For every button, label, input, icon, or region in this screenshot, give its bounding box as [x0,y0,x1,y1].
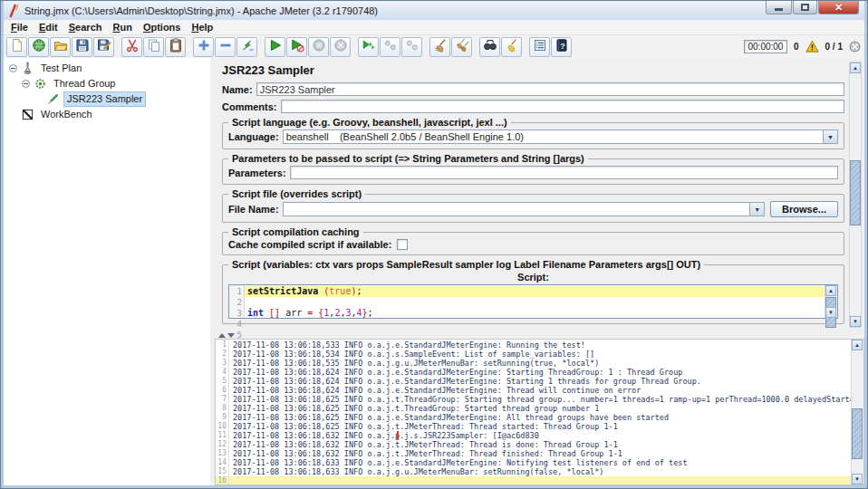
clear-all-button[interactable] [451,37,472,57]
log-line: 132017-11-08 13:06:18,632 INFO o.a.j.t.J… [216,449,851,458]
log-line-number: 15 [216,467,229,476]
test-plan-tree[interactable]: Test PlanThread GroupJSR223 SamplerWorkB… [4,58,210,485]
cut-button[interactable] [121,37,142,57]
name-input[interactable]: JSR223 Sampler [256,82,844,96]
open-file-button[interactable] [50,37,71,57]
menu-file[interactable]: File [5,21,34,34]
tree-collapse-handle-icon[interactable] [22,80,30,88]
tree-item-label: Thread Group [51,77,118,91]
log-line-number: 5 [216,377,229,386]
menu-run[interactable]: Run [107,21,137,34]
templates-button[interactable] [28,37,49,57]
file-name-combo[interactable] [283,202,765,216]
scroll-up-icon[interactable] [825,285,836,296]
line-number: 2 [229,297,242,308]
menu-options[interactable]: Options [138,21,187,34]
scroll-up-icon[interactable] [852,340,863,350]
log-line-text: 2017-11-08 13:06:18,625 INFO o.a.j.t.Thr… [229,404,599,413]
tree-collapse-handle-icon[interactable] [9,64,17,72]
start-button[interactable] [265,37,285,57]
menu-edit[interactable]: Edit [34,21,63,34]
search-icon [483,38,497,56]
expand-all-button[interactable] [193,37,214,57]
remote-stop-all-icon [383,38,398,56]
thread-group-icon [34,77,47,91]
log-line-text: 2017-11-08 13:06:18,624 INFO o.a.j.e.Sta… [229,377,701,386]
save-button[interactable] [72,37,92,57]
save-as-button[interactable] [93,37,114,57]
scrollbar-thumb[interactable] [850,160,861,225]
copy-button[interactable] [143,37,164,57]
scroll-down-icon[interactable] [825,307,836,318]
config-scrollbar[interactable] [849,62,862,328]
comments-input[interactable] [281,100,844,113]
collapse-all-button[interactable] [215,37,236,57]
splitter-collapse-up-icon[interactable] [218,333,226,338]
editor-code[interactable]: setStrictJava (true);int [] arr = {1,2,3… [245,285,837,318]
log-viewer[interactable]: 12017-11-08 13:06:18,533 INFO o.a.j.e.St… [215,339,864,485]
menu-search[interactable]: Search [63,21,108,34]
log-line: 62017-11-08 13:06:18,624 INFO o.a.j.e.St… [216,386,851,395]
title-bar: String.jmx (C:\Users\Admin\Desktop\Strin… [4,1,864,20]
chevron-down-icon[interactable] [823,130,837,143]
log-line-number: 16 [216,476,229,485]
stop-button [308,37,329,57]
script-language-group-title: Script language (e.g. Groovy, beanshell,… [228,117,511,128]
function-helper-icon [533,38,547,56]
log-line-text: 2017-11-08 13:06:18,633 INFO o.a.j.e.Sta… [229,458,688,467]
chevron-down-icon[interactable] [749,203,764,216]
log-line-number: 8 [216,404,229,413]
log-line: 16 [216,476,851,485]
function-helper-button[interactable] [529,37,550,57]
language-select[interactable]: beanshell (BeanShell 2.0b5 / BeanShell E… [283,129,838,144]
comments-label: Comments: [222,101,277,112]
scroll-up-icon[interactable] [850,62,861,73]
help-button[interactable]: ? [551,37,572,57]
new-file-button[interactable] [6,37,27,57]
cache-checkbox[interactable] [397,239,408,250]
caching-group-title: Script compilation caching [228,226,363,237]
warning-icon[interactable] [805,40,819,53]
log-line: 82017-11-08 13:06:18,625 INFO o.a.j.t.Th… [216,404,851,413]
page-title: JSR223 Sampler [222,63,844,77]
tree-item-jsr223-sampler[interactable]: JSR223 Sampler [4,91,210,107]
script-editor[interactable]: 12345 setStrictJava (true);int [] arr = … [228,284,838,319]
parameters-input[interactable] [290,166,838,179]
copy-icon [147,38,161,56]
svg-text:?: ? [560,41,565,50]
log-line: 112017-11-08 13:06:18,632 INFO o.a.j.p.j… [216,431,851,440]
log-line-number: 13 [216,449,229,458]
tree-item-test-plan[interactable]: Test Plan [4,61,210,76]
close-button[interactable]: ✕ [818,1,859,14]
editor-scrollbar[interactable] [825,285,837,318]
error-count[interactable]: 0 [794,42,799,52]
toggle-button[interactable] [236,37,257,57]
right-panel: JSR223 Sampler Name: JSR223 Sampler Comm… [215,58,864,485]
menu-help[interactable]: Help [186,21,218,34]
scroll-down-icon[interactable] [850,316,861,327]
log-scrollbar[interactable] [851,340,863,484]
log-annotation-box: .j.s.JSR223Sampler: [I@ac6d830 [400,431,539,440]
search-reset-button[interactable] [501,37,522,57]
scrollbar-thumb[interactable] [852,408,863,459]
tree-item-thread-group[interactable]: Thread Group [4,76,210,91]
remote-start-all-button[interactable] [358,37,379,57]
tree-item-workbench[interactable]: WorkBench [4,107,210,122]
paste-icon [169,38,183,56]
maximize-button[interactable] [793,1,817,14]
line-number: 3 [229,308,242,319]
clear-button[interactable] [429,37,450,57]
horizontal-splitter[interactable] [215,331,864,339]
search-button[interactable] [479,37,500,57]
main-area: Test PlanThread GroupJSR223 SamplerWorkB… [4,58,864,485]
log-line-number: 11 [216,431,229,440]
start-no-timers-button[interactable] [286,37,307,57]
browse-button[interactable]: Browse... [770,201,838,217]
clear-icon [433,38,448,56]
expand-all-icon [197,38,211,56]
log-line-number: 12 [216,440,229,449]
paste-button[interactable] [165,37,186,57]
file-name-label: File Name: [228,204,279,215]
minimize-button[interactable] [766,1,792,14]
scroll-down-icon[interactable] [852,474,863,484]
